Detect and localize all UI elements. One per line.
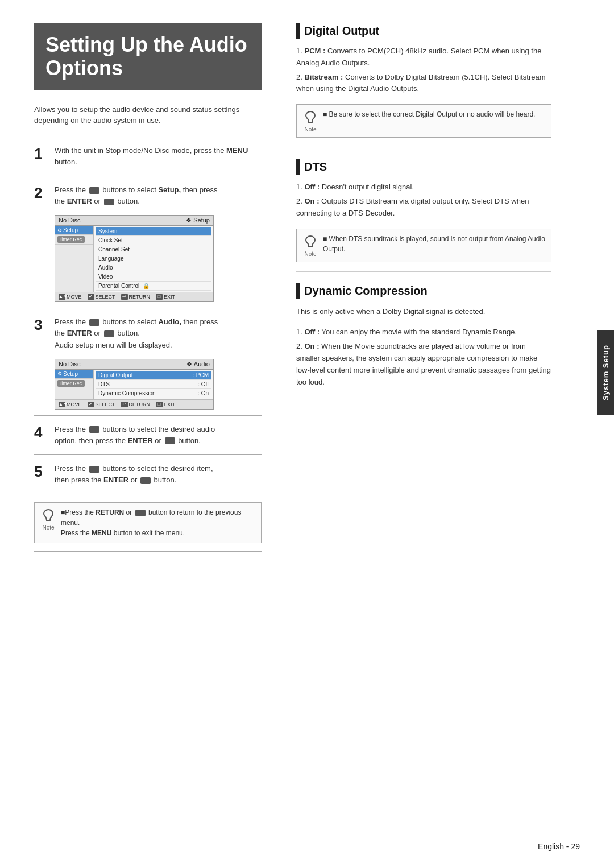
step-4: 4 Press the buttons to select the desire… — [34, 424, 262, 447]
digital-output-item-2: 2. Bitstream : Converts to Dolby Digital… — [296, 72, 551, 96]
dts-note-icon — [302, 234, 318, 250]
section-bar — [296, 23, 300, 39]
ui-screenshot-1: No Disc ❖ Setup ⚙ Setup Timer Rec. Syste… — [55, 215, 214, 302]
ui2-dynamic: Dynamic Compression: On — [96, 389, 211, 398]
dts-section-bar — [296, 159, 300, 175]
do-note-icon-wrap: Note — [302, 109, 318, 133]
bottom-note-text: ■Press the RETURN or button to return to… — [61, 507, 255, 538]
digital-output-header: Digital Output — [296, 23, 551, 39]
ui2-dts: DTS: Off — [96, 380, 211, 389]
ui2-sidebar-setup: ⚙ Setup — [55, 370, 93, 379]
dts-content: 1. Off : Doesn't output digital signal. … — [296, 181, 551, 219]
bottom-note-box: Note ■Press the RETURN or button to retu… — [34, 502, 262, 543]
page-title: Setting Up the Audio Options — [45, 33, 250, 80]
dc-section-bar — [296, 283, 300, 299]
step-1: 1 With the unit in Stop mode/No Disc mod… — [34, 145, 262, 168]
dynamic-compression-intro: This is only active when a Dolby Digital… — [296, 306, 551, 318]
dts-note: Note ■ When DTS soundtrack is played, so… — [296, 229, 551, 262]
step-4-content: Press the buttons to select the desired … — [55, 424, 262, 447]
ui-box-2-sidebar: ⚙ Setup Timer Rec. — [55, 370, 94, 399]
step-1-content: With the unit in Stop mode/No Disc mode,… — [55, 145, 262, 168]
dynamic-compression-content: 1. Off : You can enjoy the movie with th… — [296, 326, 551, 388]
do-note-text: ■ Be sure to select the correct Digital … — [323, 109, 535, 119]
step-1-number: 1 — [34, 145, 48, 163]
ui-sidebar-timer: Timer Rec. — [55, 235, 93, 245]
step-2: 2 Press the buttons to select Setup, the… — [34, 184, 262, 207]
step-5-number: 5 — [34, 463, 48, 481]
ui-main-parental: Parental Control 🔒 — [96, 282, 211, 291]
step-5: 5 Press the buttons to select the desire… — [34, 463, 262, 486]
page-title-box: Setting Up the Audio Options — [34, 23, 262, 90]
step-2-content: Press the buttons to select Setup, then … — [55, 184, 262, 207]
do-note-label: Note — [302, 126, 318, 133]
dts-note-text: ■ When DTS soundtrack is played, sound i… — [323, 234, 545, 254]
digital-output-note: Note ■ Be sure to select the correct Dig… — [296, 104, 551, 138]
do-note-icon — [302, 109, 318, 125]
digital-output-item-1: 1. PCM : Converts to PCM(2CH) 48kHz audi… — [296, 46, 551, 69]
ui-box-2-header: No Disc ❖ Audio — [55, 359, 213, 370]
ui-box-2-footer: ▲▼ MOVE ✔ SELECT ↩ RETURN □ EXIT — [55, 399, 213, 409]
ui-box-1-header: No Disc ❖ Setup — [55, 216, 213, 226]
dts-note-label: Note — [302, 251, 318, 257]
step-3-content: Press the buttons to select Audio, then … — [55, 316, 262, 350]
dc-item-1: 1. Off : You can enjoy the movie with th… — [296, 326, 551, 338]
step-5-content: Press the buttons to select the desired … — [55, 463, 262, 486]
ui-screenshot-2: No Disc ❖ Audio ⚙ Setup Timer Rec. Digit… — [55, 359, 214, 410]
ui2-sidebar-timer: Timer Rec. — [55, 379, 93, 388]
ui-box-1-main: System Clock Set Channel Set Language Au… — [94, 226, 213, 292]
ui-box-1-sidebar: ⚙ Setup Timer Rec. — [55, 226, 94, 292]
ui-main-clockset: Clock Set — [96, 236, 211, 245]
dc-item-2: 2. On : When the Movie soundtracks are p… — [296, 341, 551, 388]
ui2-digital-output: Digital Output: PCM — [96, 371, 211, 380]
ui-main-system: System — [96, 227, 211, 236]
intro-text: Allows you to setup the audio device and… — [34, 104, 262, 126]
step-2-number: 2 — [34, 184, 48, 202]
step-3-number: 3 — [34, 316, 48, 334]
note-icon-wrap: Note — [40, 507, 56, 531]
dts-title: DTS — [304, 160, 327, 173]
ui-box-2-main: Digital Output: PCM DTS: Off Dynamic Com… — [94, 370, 213, 399]
ui-main-channelset: Channel Set — [96, 245, 211, 254]
digital-output-content: 1. PCM : Converts to PCM(2CH) 48kHz audi… — [296, 46, 551, 95]
step-3: 3 Press the buttons to select Audio, the… — [34, 316, 262, 350]
ui-main-video: Video — [96, 272, 211, 282]
ui-main-language: Language — [96, 254, 211, 263]
ui-main-audio: Audio — [96, 263, 211, 272]
note-label: Note — [40, 524, 56, 531]
dynamic-compression-header: Dynamic Compression — [296, 283, 551, 299]
page-number: English - 29 — [538, 842, 580, 851]
ui-sidebar-setup: ⚙ Setup — [55, 226, 93, 235]
dts-item-2: 2. On : Outputs DTS Bitstream via digita… — [296, 196, 551, 220]
dynamic-compression-title: Dynamic Compression — [304, 284, 428, 297]
digital-output-title: Digital Output — [304, 24, 379, 38]
dts-header: DTS — [296, 159, 551, 175]
dts-item-1: 1. Off : Doesn't output digital signal. — [296, 181, 551, 193]
dts-note-icon-wrap: Note — [302, 234, 318, 257]
step-4-number: 4 — [34, 424, 48, 441]
system-setup-tab: System Setup — [597, 330, 614, 415]
note-icon — [40, 507, 56, 523]
ui-box-1-footer: ▲▼ MOVE ✔ SELECT ↩ RETURN □ EXIT — [55, 292, 213, 301]
